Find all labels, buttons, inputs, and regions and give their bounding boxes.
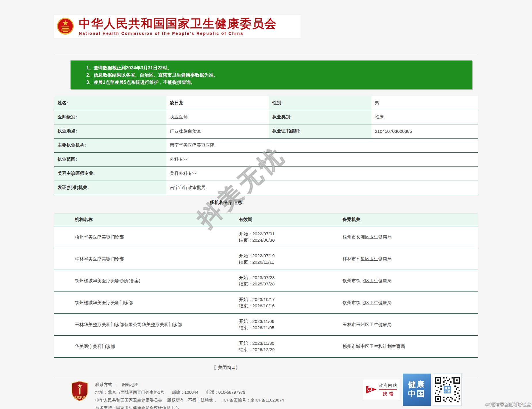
footer-links-line: 联系方式｜网站地图 — [95, 381, 284, 389]
start-date: 2022/07/19 — [252, 253, 275, 258]
end-label: 结束： — [239, 238, 252, 243]
multi-institution-heading: 多机构备案信息: — [54, 200, 400, 206]
col-header-validity: 有效期 — [239, 213, 343, 226]
validity-period: 开始：2022/07/19 结束：2026/11/11 — [239, 248, 343, 270]
footer-address-line: 地址：北京市西城区西直门外南路1号邮编：100044电话：010-6879797… — [95, 389, 284, 396]
filing-authority: 钦州市钦北区卫生健康局 — [343, 270, 478, 292]
institution-row: 桂林华美医疗美容门诊部 开始：2022/07/19 结束：2026/11/11 … — [54, 248, 478, 270]
doctor-row: 姓名: 凌日龙 性别: 男 — [54, 96, 478, 110]
notice-line: 2、信息数据结果以各省、自治区、直辖市卫生健康委数据为准。 — [86, 71, 466, 79]
filing-authority: 桂林市七星区卫生健康局 — [343, 248, 478, 270]
end-date: 2026/11/11 — [252, 260, 274, 264]
end-date: 2026/12/29 — [252, 347, 275, 352]
practice-place-value: 广西壮族自治区 — [166, 124, 269, 138]
site-titles: 中华人民共和国国家卫生健康委员会 National Health Commiss… — [79, 17, 277, 36]
doctor-name-value: 凌日龙 — [166, 96, 269, 110]
footer-copyright: 版权所有，不得非法镜像． — [167, 398, 217, 402]
institution-row: 钦州槎城华美医疗美容诊所(备案) 开始：2023/07/28 结束：2025/0… — [54, 270, 478, 292]
start-label: 开始： — [239, 275, 252, 280]
validity-period: 开始：2023/07/28 结束：2025/07/28 — [239, 270, 343, 292]
health-china-qr-card: 健康 中国 — [433, 374, 462, 406]
license-number-value: 210450703000385 — [371, 124, 478, 138]
footer-badges: 政府网站 找错 健康 中国 — [363, 373, 462, 407]
footer-org: 中华人民共和国国家卫生健康委员会 — [95, 398, 162, 402]
footer-support-line: 技术支持：国家卫生健康委员会统计信息中心 — [95, 404, 284, 409]
party-gov-badge-icon[interactable]: 党政机关 — [71, 381, 89, 402]
institution-name: 钦州槎城华美医疗美容门诊部 — [54, 292, 239, 314]
close-row: 〖关闭窗口〗 — [54, 365, 400, 371]
doctor-level-value: 执业医师 — [166, 110, 269, 124]
end-label: 结束： — [239, 347, 252, 352]
name-label: 姓名: — [54, 96, 166, 110]
practice-scope-label: 执业范围: — [54, 152, 166, 166]
validity-period: 开始：2023/11/30 结束：2026/12/29 — [239, 336, 343, 357]
find-error-flag-icon — [366, 385, 377, 394]
license-number-label: 执业证书编码: — [269, 124, 371, 138]
issuing-authority-value: 南宁市行政审批局 — [166, 181, 478, 195]
validity-period: 开始：2023/10/17 结束：2026/10/16 — [239, 292, 343, 314]
institution-name: 钦州槎城华美医疗美容诊所(备案) — [54, 270, 239, 292]
doctor-row: 美容主诊医师专业: 美容外科专业 — [54, 166, 478, 181]
gov-site-label: 政府网站 — [379, 383, 397, 390]
footer-zipcode: 邮编：100044 — [172, 390, 198, 395]
institution-row: 梧州华美医疗美容门诊部 开始：2022/07/01 结束：2024/06/30 … — [54, 226, 478, 248]
qr-code-icon: 健康 中国 — [434, 376, 461, 403]
doctor-row: 医师级别: 执业医师 执业类别: 临床 — [54, 110, 478, 124]
doctor-level-label: 医师级别: — [54, 110, 166, 124]
validity-period: 开始：2022/07/01 结束：2024/06/30 — [239, 226, 343, 248]
main-content: 中华人民共和国国家卫生健康委员会 National Health Commiss… — [54, 0, 478, 409]
sitemap-link[interactable]: 网站地图 — [122, 382, 138, 387]
end-date: 2026/10/16 — [252, 303, 275, 308]
filing-authority: 梧州市长洲区卫生健康局 — [343, 226, 478, 248]
page: 中华人民共和国国家卫生健康委员会 National Health Commiss… — [0, 0, 532, 409]
institution-name: 玉林华美整形美容门诊部有限公司华美整形美容门诊部 — [54, 314, 239, 336]
practice-scope-value: 外科专业 — [166, 152, 478, 166]
start-date: 2022/07/01 — [252, 231, 275, 236]
cosmetic-specialty-label: 美容主诊医师专业: — [54, 166, 166, 181]
find-error-text: 政府网站 找错 — [379, 383, 397, 397]
institution-row: 华美医疗美容门诊部 开始：2023/11/30 结束：2026/12/29 柳州… — [54, 336, 478, 357]
start-date: 2023/11/06 — [252, 319, 274, 324]
validity-period: 开始：2023/11/06 结束：2026/11/05 — [239, 314, 343, 336]
filing-authority: 柳州市城中区卫生和计划生育局 — [343, 336, 478, 357]
end-date: 2024/06/30 — [252, 238, 275, 243]
footer-icp: ICP备案编号：京ICP备11020874 — [223, 398, 284, 402]
institution-row: 钦州槎城华美医疗美容门诊部 开始：2023/10/17 结束：2026/10/1… — [54, 292, 478, 314]
site-header: 中华人民共和国国家卫生健康委员会 National Health Commiss… — [54, 15, 301, 38]
gov-site-find-error-badge[interactable]: 政府网站 找错 — [363, 379, 400, 400]
practice-category-label: 执业类别: — [269, 110, 371, 124]
institutions-table: 机构名称 有效期 备案机关 梧州华美医疗美容门诊部 开始：2022/07/01 … — [54, 213, 478, 358]
cosmetic-specialty-value: 美容外科专业 — [166, 166, 478, 181]
end-label: 结束： — [239, 260, 252, 264]
notice-line: 1、查询数据截止到2024年3月31日22时。 — [86, 64, 466, 71]
start-label: 开始： — [239, 319, 252, 324]
close-window-link[interactable]: 〖关闭窗口〗 — [214, 365, 240, 370]
find-error-label: 找错 — [379, 391, 397, 397]
site-title-english: National Health Commission of the People… — [79, 31, 277, 36]
health-china-banner[interactable]: 健康 中国 — [403, 374, 431, 406]
end-label: 结束： — [239, 325, 252, 330]
col-header-institution-name: 机构名称 — [54, 213, 239, 226]
practice-category-value: 临床 — [371, 110, 478, 124]
end-label: 结束： — [239, 303, 252, 308]
practice-place-label: 执业地点: — [54, 124, 166, 138]
start-label: 开始： — [239, 297, 252, 302]
start-label: 开始： — [239, 253, 252, 258]
main-institution-value: 南宁华美医疗美容医院 — [166, 138, 478, 152]
institution-name: 梧州华美医疗美容门诊部 — [54, 226, 239, 248]
gender-value: 男 — [371, 96, 478, 110]
col-header-authority: 备案机关 — [343, 213, 478, 226]
start-label: 开始： — [239, 341, 252, 346]
contact-link[interactable]: 联系方式 — [95, 382, 112, 387]
doctor-row: 执业地点: 广西壮族自治区 执业证书编码: 210450703000385 — [54, 124, 478, 138]
footer-address: 地址：北京市西城区西直门外南路1号 — [95, 390, 164, 395]
issuing-authority-label: 发证(批准)机关: — [54, 181, 166, 195]
gender-label: 性别: — [269, 96, 371, 110]
doctor-info-table: 姓名: 凌日龙 性别: 男 医师级别: 执业医师 执业类别: 临床 执业地点: … — [54, 96, 478, 195]
qr-logo-line2: 中国 — [444, 390, 450, 393]
end-label: 结束： — [239, 281, 252, 286]
notice-line: 3、凌晨1点至凌晨5点系统进行维护，不能提供查询。 — [86, 79, 466, 86]
main-institution-label: 主要执业机构: — [54, 138, 166, 152]
filing-authority: 钦州市钦北区卫生健康局 — [343, 292, 478, 314]
national-emblem-icon — [56, 17, 74, 36]
